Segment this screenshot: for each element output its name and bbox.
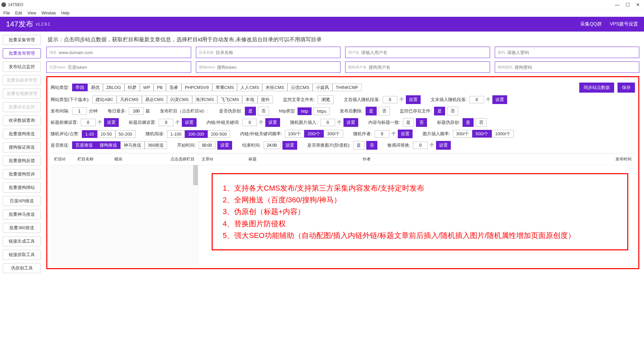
comment-opt-1[interactable]: 20-50 — [97, 130, 115, 138]
comment-opt-2[interactable]: 50-200 — [115, 130, 136, 138]
delete-no[interactable]: 否 — [379, 107, 390, 115]
comment-opt-0[interactable]: 1-20 — [82, 130, 97, 138]
https-tab[interactable]: https — [314, 107, 330, 115]
sidebar-item-2[interactable]: 发布站点监控 — [3, 62, 41, 72]
site-type-next-tab-5[interactable]: 飞飞CMS — [217, 96, 243, 103]
scrollbar-thumb[interactable] — [193, 165, 198, 185]
tp-yes[interactable]: 是 — [463, 118, 474, 127]
img-freq-opt-2[interactable]: 1000/个 — [492, 130, 514, 138]
site-type-tab-12[interactable]: 小旋风 — [313, 84, 332, 91]
site-type-next-tab-1[interactable]: 凡科CMS — [117, 96, 142, 103]
pseudo-no[interactable]: 否 — [258, 107, 269, 115]
text-input[interactable] — [216, 50, 338, 55]
sidebar-item-6[interactable]: 收录数据查询 — [3, 115, 41, 126]
prefix-setting-button[interactable]: 设置 — [406, 95, 421, 104]
push-opt-1[interactable]: 搜狗推送 — [96, 141, 120, 149]
sensitive-input[interactable] — [413, 142, 428, 149]
site-type-tab-10[interactable]: 米拓CMS — [262, 84, 287, 91]
site-type-tab-1[interactable]: 易优 — [88, 84, 103, 91]
site-type-tab-8[interactable]: 苹果CMS — [212, 84, 237, 91]
sidebar-item-14[interactable]: 批量360推送 — [3, 223, 41, 233]
sidebar-item-15[interactable]: 链接生成工具 — [3, 236, 41, 246]
img-freq-opt-1[interactable]: 500/个 — [472, 130, 492, 138]
text-input[interactable] — [369, 65, 487, 70]
daily-max-input[interactable] — [129, 107, 144, 115]
sidebar-item-1[interactable]: 批量发布管理 — [3, 48, 41, 58]
exist-yes[interactable]: 是 — [434, 107, 445, 115]
suffix-setting-button[interactable]: 设置 — [492, 95, 507, 104]
exist-no[interactable]: 否 — [447, 107, 458, 115]
pseudo-yes[interactable]: 是 — [245, 107, 256, 115]
sidebar-item-12[interactable]: 百度API推送 — [3, 196, 41, 206]
text-input[interactable] — [507, 50, 637, 55]
rand-author-input[interactable] — [375, 130, 389, 138]
site-type-next-tab-7[interactable]: 搜外 — [258, 96, 273, 103]
sensitive-setting[interactable]: 设置 — [436, 141, 451, 150]
site-type-tab-3[interactable]: 织梦 — [124, 84, 140, 91]
sync-button[interactable]: 同步站点数据 — [579, 83, 614, 93]
browse-button[interactable]: 浏览 — [318, 95, 334, 104]
ri-no[interactable]: 否 — [366, 141, 377, 150]
site-type-tab-2[interactable]: ZBLOG — [103, 84, 124, 91]
prefix-para-input[interactable] — [383, 96, 397, 103]
site-type-next-tab-3[interactable]: 闪灵CMS — [167, 96, 192, 103]
maximize-button[interactable]: ☐ — [626, 2, 630, 7]
read-opt-2[interactable]: 200-500 — [208, 130, 230, 138]
site-type-tab-0[interactable]: 帝国 — [72, 84, 88, 91]
site-type-next-tab-2[interactable]: 易企CMS — [142, 96, 167, 103]
site-type-next-tab-6[interactable]: 本地 — [242, 96, 258, 103]
push-opt-3[interactable]: 360推送 — [145, 141, 167, 149]
end-time-input[interactable] — [264, 142, 280, 149]
site-type-tab-6[interactable]: 迅睿 — [166, 84, 181, 91]
site-type-tab-13[interactable]: THINKCMF — [332, 84, 362, 91]
read-opt-1[interactable]: 100-200 — [185, 130, 208, 138]
start-time-input[interactable] — [199, 142, 215, 149]
sidebar-item-17[interactable]: 伪原创工具 — [3, 263, 41, 273]
push-opt-0[interactable]: 百度推送 — [72, 141, 96, 149]
sidebar-item-16[interactable]: 链接抓取工具 — [3, 250, 41, 260]
text-input[interactable] — [361, 50, 487, 55]
site-type-tab-11[interactable]: 云优CMS — [287, 84, 313, 91]
save-button[interactable]: 保存 — [618, 83, 635, 93]
sidebar-item-13[interactable]: 批量神马推送 — [3, 209, 41, 219]
img-freq-opt-0[interactable]: 300/个 — [453, 130, 472, 138]
inlink-input[interactable] — [242, 119, 257, 126]
push-opt-2[interactable]: 神马推送 — [120, 141, 145, 149]
start-time-setting[interactable]: 设置 — [217, 141, 232, 150]
inlink-setting[interactable]: 设置 — [265, 118, 280, 127]
http-tab[interactable]: http — [298, 107, 312, 115]
freq-opt-2[interactable]: 300/个 — [324, 130, 343, 138]
sidebar-item-10[interactable]: 批量搜狗投诉 — [3, 169, 41, 179]
site-type-tab-7[interactable]: PHPCMSV9 — [181, 84, 212, 91]
sidebar-item-0[interactable]: 批量采集管理 — [3, 35, 41, 45]
ct-yes[interactable]: 是 — [403, 118, 414, 127]
title-prefix-setting[interactable]: 设置 — [104, 118, 119, 127]
end-time-setting[interactable]: 设置 — [282, 141, 297, 150]
title-suffix-setting[interactable]: 设置 — [182, 118, 197, 127]
sidebar-item-11[interactable]: 批量搜狗绑站 — [3, 183, 41, 193]
interval-input[interactable] — [72, 107, 87, 115]
text-input[interactable] — [515, 65, 637, 70]
title-prefix-input[interactable] — [81, 119, 96, 126]
sidebar-item-7[interactable]: 批量搜狗推送 — [3, 129, 41, 139]
read-opt-0[interactable]: 1-100 — [167, 130, 185, 138]
menu-help[interactable]: Help — [59, 10, 72, 16]
tp-no[interactable]: 否 — [476, 118, 487, 127]
minimize-button[interactable]: — — [615, 2, 620, 7]
text-input[interactable] — [59, 50, 188, 55]
rand-img-setting[interactable]: 设置 — [343, 118, 358, 127]
text-input[interactable] — [217, 65, 337, 70]
freq-opt-1[interactable]: 200/个 — [304, 130, 324, 138]
freq-opt-0[interactable]: 100/个 — [285, 130, 304, 138]
header-link-vps[interactable]: VPS拨号设置 — [610, 21, 638, 27]
menu-edit[interactable]: Edit — [13, 10, 24, 16]
menu-file[interactable]: File — [1, 10, 12, 16]
site-type-tab-5[interactable]: PB — [154, 84, 166, 91]
site-type-next-tab-4[interactable]: 海洋CMS — [192, 96, 217, 103]
menu-window[interactable]: Window — [40, 10, 58, 16]
delete-yes[interactable]: 是 — [366, 107, 377, 115]
close-button[interactable]: ✕ — [636, 2, 640, 7]
site-type-next-tab-0[interactable]: 建站ABC — [92, 96, 117, 103]
sidebar-item-8[interactable]: 搜狗验证推送 — [3, 142, 41, 152]
rand-img-input[interactable] — [320, 119, 335, 126]
